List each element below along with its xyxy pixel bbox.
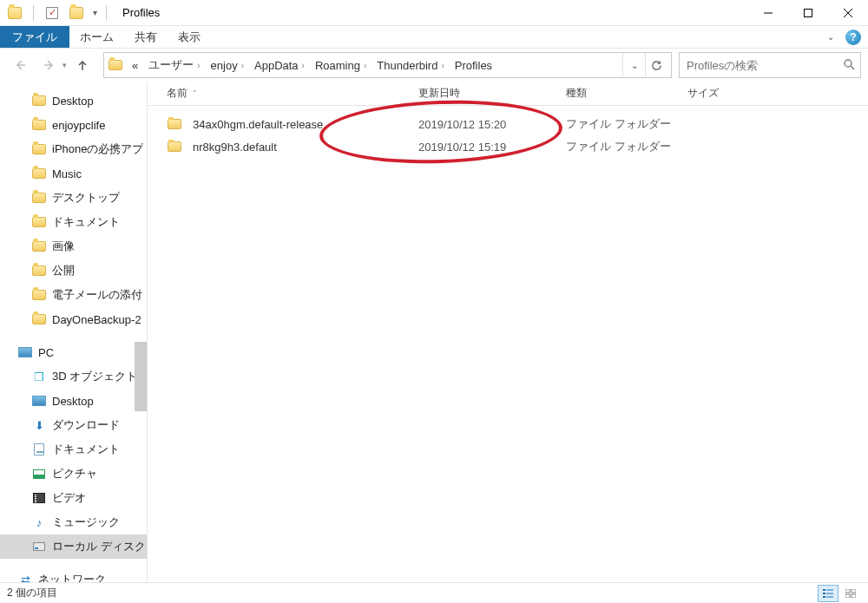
svg-rect-11	[823, 593, 825, 594]
sidebar-item-local-disk[interactable]: ローカル ディスク (C	[0, 534, 147, 559]
up-button[interactable]	[70, 53, 95, 77]
view-details-button[interactable]	[818, 585, 838, 602]
breadcrumb-item[interactable]: Profiles	[448, 59, 496, 72]
svg-rect-14	[826, 596, 833, 597]
sidebar-item[interactable]: ♪ミュージック	[0, 510, 147, 534]
recent-locations-icon[interactable]: ▾	[62, 61, 67, 69]
status-bar: 2 個の項目	[0, 582, 868, 603]
sidebar-item[interactable]: Music	[0, 161, 147, 186]
minimize-icon	[764, 9, 773, 17]
ribbon-toggle-icon[interactable]: ⌄	[823, 29, 838, 44]
check-icon: ✓	[46, 7, 58, 19]
column-header-kind[interactable]: 種類	[566, 86, 687, 101]
sort-asc-icon: ˄	[193, 89, 197, 98]
column-headers: 名前˄ 更新日時 種類 サイズ	[148, 82, 868, 106]
folder-icon	[8, 7, 22, 19]
breadcrumb-overflow[interactable]: «	[128, 59, 141, 72]
sidebar-item[interactable]: Desktop	[0, 88, 147, 113]
qat-properties[interactable]: ✓	[43, 3, 62, 23]
tab-home[interactable]: ホーム	[69, 26, 124, 48]
folder-icon	[32, 120, 46, 130]
address-dropdown-button[interactable]: ⌄	[622, 53, 645, 77]
video-icon	[33, 493, 45, 503]
file-date: 2019/10/12 15:19	[418, 141, 566, 154]
sidebar-item[interactable]: ドキュメント	[0, 437, 147, 462]
sidebar-item[interactable]: ❒3D オブジェクト	[0, 364, 147, 389]
refresh-button[interactable]	[645, 53, 667, 77]
file-row[interactable]: nr8kg9h3.default 2019/10/12 15:19 ファイル フ…	[148, 135, 868, 158]
svg-rect-17	[845, 594, 850, 598]
sidebar-item[interactable]: ピクチャ	[0, 462, 147, 486]
sidebar-item[interactable]: DayOneBackup-2	[0, 307, 147, 331]
sidebar-item[interactable]: 画像	[0, 234, 147, 259]
file-list-pane: 名前˄ 更新日時 種類 サイズ 34ax0hgm.default-release…	[148, 82, 868, 582]
svg-point-7	[845, 60, 852, 67]
chevron-right-icon: ›	[241, 61, 244, 70]
chevron-right-icon: ›	[197, 61, 200, 70]
folder-icon	[32, 314, 46, 324]
cube-icon: ❒	[31, 370, 47, 383]
column-header-name[interactable]: 名前˄	[167, 86, 418, 101]
tab-share[interactable]: 共有	[124, 26, 168, 48]
folder-icon	[168, 141, 181, 152]
large-icons-view-icon	[845, 589, 856, 598]
folder-open-icon	[69, 7, 83, 19]
folder-icon	[108, 58, 123, 72]
sidebar-item[interactable]: デスクトップ	[0, 186, 147, 210]
sidebar-item-pc[interactable]: PC	[0, 340, 147, 364]
breadcrumb-item[interactable]: AppData›	[247, 59, 308, 72]
sidebar-item[interactable]: Desktop	[0, 389, 147, 413]
file-row[interactable]: 34ax0hgm.default-release 2019/10/12 15:2…	[148, 113, 868, 135]
sidebar-item[interactable]: enjoypclife	[0, 113, 147, 137]
svg-rect-15	[845, 589, 850, 593]
folder-icon	[32, 241, 46, 252]
refresh-icon	[651, 60, 662, 71]
sidebar-item[interactable]: 公開	[0, 259, 147, 283]
qat-folder[interactable]	[5, 3, 24, 23]
breadcrumb-item[interactable]: ユーザー›	[141, 57, 203, 73]
chevron-right-icon: ›	[364, 61, 366, 70]
tab-view[interactable]: 表示	[168, 26, 211, 48]
close-button[interactable]	[828, 0, 868, 26]
search-box[interactable]	[679, 52, 861, 78]
minimize-button[interactable]	[748, 0, 788, 26]
scrollbar-thumb[interactable]	[135, 342, 147, 411]
folder-icon	[32, 168, 46, 179]
help-button[interactable]: ?	[845, 29, 861, 45]
address-bar[interactable]: « ユーザー› enjoy› AppData› Roaming› Thunder…	[103, 52, 672, 78]
back-button[interactable]	[7, 52, 33, 78]
breadcrumb-item[interactable]: Thunderbird›	[370, 59, 447, 72]
breadcrumb-item[interactable]: Roaming›	[308, 59, 370, 72]
search-icon	[843, 58, 855, 73]
svg-rect-1	[805, 9, 812, 16]
folder-icon	[32, 144, 46, 154]
sidebar-item[interactable]: ビデオ	[0, 486, 147, 510]
search-input[interactable]	[685, 58, 843, 73]
arrow-right-icon	[43, 59, 56, 71]
sidebar-item-network[interactable]: ⇄ネットワーク	[0, 567, 147, 582]
picture-icon	[33, 469, 45, 479]
column-header-date[interactable]: 更新日時	[418, 86, 566, 101]
folder-icon	[32, 193, 46, 203]
network-icon: ⇄	[17, 573, 33, 582]
sidebar-item[interactable]: iPhoneの必携アプ	[0, 137, 147, 161]
forward-button[interactable]	[36, 52, 62, 78]
ribbon-tabs: ファイル ホーム 共有 表示 ⌄ ?	[0, 26, 868, 49]
view-large-icons-button[interactable]	[840, 585, 861, 602]
column-header-size[interactable]: サイズ	[687, 86, 774, 101]
file-kind: ファイル フォルダー	[566, 139, 687, 154]
qat-open-folder[interactable]	[67, 3, 86, 23]
sidebar-item[interactable]: 電子メールの添付フ	[0, 283, 147, 307]
tab-file[interactable]: ファイル	[0, 26, 69, 48]
maximize-button[interactable]	[788, 0, 828, 26]
breadcrumb-item[interactable]: enjoy›	[204, 59, 247, 72]
sidebar-item[interactable]: ドキュメント	[0, 210, 147, 234]
qat-dropdown-icon[interactable]: ▾	[93, 8, 97, 17]
disk-icon	[33, 542, 45, 551]
svg-rect-9	[823, 589, 825, 591]
chevron-right-icon: ›	[302, 61, 305, 70]
svg-line-8	[851, 66, 854, 69]
svg-rect-12	[826, 593, 833, 593]
sidebar-item[interactable]: ⬇ダウンロード	[0, 413, 147, 437]
close-icon	[844, 9, 852, 17]
